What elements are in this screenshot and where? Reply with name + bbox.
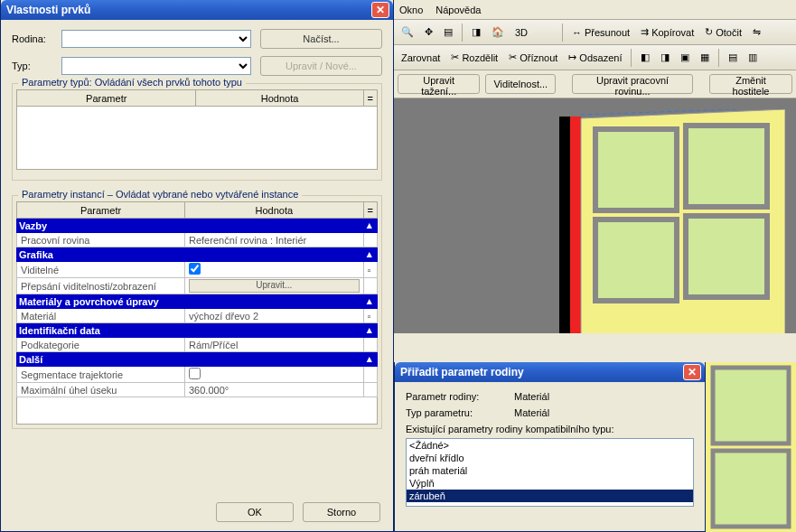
split-button[interactable]: ✂ Rozdělit — [447, 50, 501, 65]
cube-icon[interactable]: ◨ — [468, 24, 484, 40]
type-label: Typ: — [12, 61, 61, 71]
collapse-icon[interactable]: ▴ — [363, 323, 377, 338]
table-row[interactable]: Segmentace trajektorie — [17, 367, 378, 383]
tool-icon-2[interactable]: ◨ — [657, 50, 673, 65]
dialog-title: Přiřadit parametr rodiny — [398, 366, 683, 378]
house-icon[interactable]: 🏠 — [488, 24, 508, 40]
visible-checkbox[interactable] — [189, 263, 201, 275]
type-params-table: Parametr Hodnota = — [16, 89, 378, 107]
model-preview — [559, 109, 785, 333]
table-row[interactable]: Viditelné ▫ — [17, 262, 378, 278]
list-icon[interactable]: ▤ — [440, 24, 456, 40]
tool-icon-4[interactable]: ▦ — [697, 50, 713, 65]
load-button[interactable]: Načíst... — [260, 29, 382, 49]
param-label: Parametr rodiny: — [406, 391, 514, 402]
collapse-icon[interactable]: ▴ — [363, 219, 377, 233]
list-item[interactable]: zárubeň — [407, 490, 693, 502]
type-value: Materiál — [514, 407, 549, 418]
edit-sweep-button[interactable]: Upravit tažení... — [398, 74, 480, 94]
edit-workplane-button[interactable]: Upravit pracovní rovinu... — [572, 74, 693, 94]
titlebar[interactable]: Vlastnosti prvků ✕ — [1, 0, 393, 20]
type-params-group: Parametry typů: Ovládání všech prvků toh… — [12, 83, 382, 181]
table-row[interactable]: Pracovní rovina Referenční rovina : Inte… — [17, 233, 378, 247]
mirror-icon[interactable]: ⇋ — [749, 24, 764, 40]
action-bar: Upravit tažení... Viditelnost... Upravit… — [394, 70, 796, 98]
type-select[interactable] — [61, 57, 251, 75]
col-eq[interactable]: = — [363, 90, 377, 107]
menu-napoveda[interactable]: Nápověda — [435, 5, 481, 15]
align-button[interactable]: Zarovnat — [398, 51, 444, 65]
copy-button[interactable]: ⇉ Kopírovat — [637, 24, 698, 40]
toolbar-view: 🔍 ✥ ▤ ◨ 🏠 3D — [394, 20, 557, 45]
svg-rect-4 — [686, 126, 767, 207]
collapse-icon[interactable]: ▴ — [363, 294, 377, 309]
tool-icon-1[interactable]: ◧ — [637, 50, 653, 65]
svg-rect-6 — [686, 216, 767, 297]
viewport-strip[interactable] — [706, 362, 796, 532]
list-item[interactable]: práh materiál — [407, 464, 693, 477]
compatible-params-listbox[interactable]: <Žádné> dveřní křídlo práh materiál Výpl… — [406, 438, 694, 507]
collapse-icon[interactable]: ▴ — [363, 247, 377, 262]
list-item[interactable]: dveřní křídlo — [407, 452, 693, 464]
collapse-icon[interactable]: ▴ — [363, 352, 377, 367]
type-label: Typ parametru: — [406, 407, 514, 418]
section-vazby[interactable]: Vazby ▴ — [17, 219, 378, 233]
family-label: Rodina: — [12, 33, 61, 44]
col-value[interactable]: Hodnota — [196, 90, 363, 107]
table-row[interactable]: Maximální úhel úseku 360.000° — [17, 383, 378, 397]
3d-button[interactable]: 3D — [511, 25, 531, 40]
element-properties-dialog: Vlastnosti prvků ✕ Rodina: Načíst... Typ… — [0, 0, 394, 532]
instance-params-table: Parametr Hodnota = Vazby ▴ Pracovní rovi… — [16, 201, 378, 397]
visibility-button[interactable]: Viditelnost... — [485, 74, 556, 94]
ok-button[interactable]: OK — [216, 502, 294, 522]
table-row[interactable]: Materiál výchozí dřevo 2 ▫ — [17, 309, 378, 323]
section-grafika[interactable]: Grafika ▴ — [17, 247, 378, 262]
section-dalsi[interactable]: Další ▴ — [17, 352, 378, 367]
tool-icon-3[interactable]: ▣ — [677, 50, 693, 65]
type-params-legend: Parametry typů: Ovládání všech prvků toh… — [18, 77, 246, 88]
table-row[interactable]: Přepsání viditelnosti/zobrazení Upravit.… — [17, 278, 378, 294]
table-row[interactable]: Podkategorie Rám/Příčel — [17, 338, 378, 352]
svg-rect-1 — [570, 117, 581, 333]
family-select[interactable] — [61, 30, 251, 48]
svg-rect-5 — [595, 219, 677, 301]
section-ident[interactable]: Identifikační data ▴ — [17, 323, 378, 338]
change-host-button[interactable]: Změnit hostitele — [709, 74, 792, 94]
edit-new-button[interactable]: Upravit / Nové... — [260, 56, 382, 76]
type-params-empty — [16, 107, 378, 170]
menu-okno[interactable]: Okno — [399, 5, 423, 15]
offset-button[interactable]: ↦ Odsazení — [565, 50, 625, 65]
cancel-button[interactable]: Storno — [303, 502, 380, 522]
list-label: Existující parametry rodiny kompatibilní… — [406, 424, 694, 434]
section-materialy[interactable]: Materiály a povrchové úpravy ▴ — [17, 294, 378, 309]
model-preview-lower — [706, 362, 796, 532]
move-button[interactable]: ↔ Přesunout — [568, 25, 633, 40]
rotate-button[interactable]: ↻ Otočit — [701, 24, 745, 40]
svg-rect-10 — [713, 368, 789, 443]
3d-viewport[interactable] — [394, 98, 796, 333]
col-value[interactable]: Hodnota — [185, 202, 364, 219]
col-eq[interactable]: = — [363, 202, 377, 219]
trim-button[interactable]: ✂ Oříznout — [505, 50, 561, 65]
close-icon[interactable]: ✕ — [683, 364, 701, 380]
titlebar[interactable]: Přiřadit parametr rodiny ✕ — [395, 362, 705, 382]
edit-visibility-button[interactable]: Upravit... — [189, 279, 360, 293]
list-item[interactable]: <Žádné> — [407, 439, 693, 452]
instance-params-legend: Parametry instancí – Ovládat vybrané neb… — [18, 189, 302, 200]
col-param[interactable]: Parametr — [17, 90, 196, 107]
pan-icon[interactable]: ✥ — [421, 24, 436, 40]
close-icon[interactable]: ✕ — [371, 2, 389, 18]
toolbar-modify: ↔ Přesunout ⇉ Kopírovat ↻ Otočit ⇋ — [557, 20, 796, 45]
menubar: Okno Nápověda — [394, 0, 796, 20]
list-item[interactable]: Výplň — [407, 477, 693, 490]
assign-parameter-dialog: Přiřadit parametr rodiny ✕ Parametr rodi… — [394, 362, 706, 532]
svg-rect-11 — [713, 451, 789, 527]
instance-params-group: Parametry instancí – Ovládat vybrané neb… — [12, 195, 382, 429]
tool-icon-6[interactable]: ▥ — [744, 50, 761, 65]
zoom-icon[interactable]: 🔍 — [398, 24, 417, 40]
tool-icon-5[interactable]: ▤ — [725, 50, 741, 65]
toolbar-align: Zarovnat ✂ Rozdělit ✂ Oříznout ↦ Odsazen… — [394, 45, 796, 70]
col-param[interactable]: Parametr — [17, 202, 185, 219]
trajectory-checkbox[interactable] — [189, 368, 201, 379]
svg-rect-0 — [559, 117, 570, 333]
